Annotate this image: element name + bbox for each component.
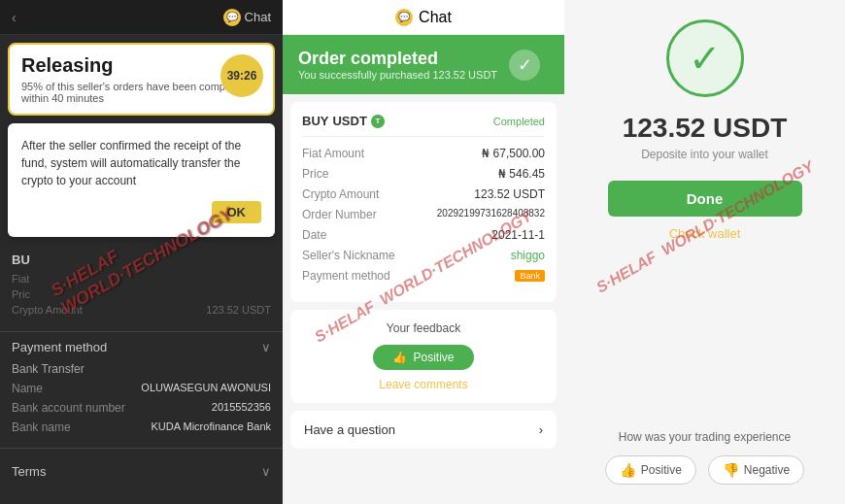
price-row: Pric	[12, 288, 271, 300]
currency-label: USDT	[332, 114, 366, 128]
feedback-title: Your feedback	[302, 321, 545, 335]
crypto-row: Crypto Amount 123.52 USDT	[12, 304, 271, 316]
have-question[interactable]: Have a question ›	[290, 411, 557, 449]
terms-header: Terms ∨	[12, 464, 271, 479]
payment-method-row: Payment method Bank	[302, 269, 545, 283]
left-header: ‹ 💬 Chat	[0, 0, 283, 35]
payment-name-row: Name OLUWASEGUN AWONUSI	[12, 382, 271, 395]
positive-label: Positive	[413, 351, 454, 364]
releasing-timer: 39:26	[220, 54, 263, 97]
positive-feedback-label: Positive	[641, 463, 682, 477]
order-number-row: Order Number 20292199731628408832	[302, 208, 545, 221]
chevron-right-icon: ›	[539, 422, 543, 437]
buy-usdt-left: BUY USDT T	[302, 114, 385, 128]
price-detail-label: Price	[302, 167, 328, 181]
chat-label: Chat	[245, 10, 271, 24]
check-circle: ✓	[509, 50, 540, 81]
have-question-label: Have a question	[304, 422, 395, 437]
terms-section: Terms ∨	[0, 464, 283, 479]
fiat-label: Fiat	[12, 273, 29, 285]
ok-button[interactable]: OK	[212, 201, 262, 223]
usdt-badge: T	[371, 115, 385, 128]
seller-label: Seller's Nickname	[302, 249, 395, 262]
feedback-buttons: 👍 Positive 👎 Negative	[605, 455, 804, 485]
crypto-label: Crypto Amount	[12, 304, 83, 316]
releasing-banner: Releasing 95% of this seller's orders ha…	[8, 43, 275, 116]
middle-header: 💬 Chat	[283, 0, 564, 35]
fiat-row: Fiat	[12, 273, 271, 285]
amount-subtitle: Deposite into your wallet	[641, 148, 768, 161]
bank-row: Bank name KUDA Microfinance Bank	[12, 420, 271, 434]
crypto-detail-value: 123.52 USDT	[474, 187, 545, 201]
negative-feedback-button[interactable]: 👎 Negative	[708, 455, 804, 485]
buy-label-row: BU	[12, 252, 271, 267]
buy-usdt-row: BUY USDT T Completed	[302, 114, 545, 137]
fiat-detail-value: ₦ 67,500.00	[482, 147, 545, 160]
divider2	[0, 448, 283, 449]
price-detail-row: Price ₦ 546.45	[302, 167, 545, 181]
bank-transfer-label: Bank Transfer	[12, 362, 84, 376]
account-label: Bank account number	[12, 401, 125, 415]
trading-exp-label: How was your trading experience	[619, 430, 791, 444]
tooltip-message: After the seller confirmed the receipt o…	[21, 137, 261, 189]
crypto-detail-row: Crypto Amount 123.52 USDT	[302, 187, 545, 201]
leave-comments-link[interactable]: Leave comments	[302, 378, 545, 391]
chat-header-right: 💬 Chat	[223, 9, 271, 26]
chat-label-middle: Chat	[419, 9, 452, 26]
thumbs-down-icon: 👎	[723, 462, 739, 478]
order-completed-title: Order completed	[298, 49, 497, 69]
positive-button[interactable]: 👍 Positive	[373, 345, 473, 370]
payment-section: Payment method ∨ Bank Transfer Name OLUW…	[0, 340, 283, 440]
back-icon[interactable]: ‹	[12, 10, 17, 25]
payment-header-label: Payment method	[12, 340, 107, 354]
check-wallet-link[interactable]: Check wallet	[669, 226, 741, 241]
thumbs-up-icon: 👍	[620, 462, 636, 478]
date-value: 2021-11-1	[491, 228, 545, 242]
bank-label: Bank name	[12, 420, 71, 434]
tooltip-overlay: After the seller confirmed the receipt o…	[8, 123, 275, 237]
crypto-detail-label: Crypto Amount	[302, 187, 379, 201]
fiat-detail-row: Fiat Amount ₦ 67,500.00	[302, 147, 545, 160]
crypto-value: 123.52 USDT	[206, 304, 271, 316]
fiat-detail-label: Fiat Amount	[302, 147, 364, 160]
chevron-down-icon: ∨	[261, 340, 271, 354]
thumbs-up-icon: 👍	[392, 351, 407, 364]
order-completed-text: Order completed You successfully purchas…	[298, 49, 497, 81]
chat-bubble-icon: 💬	[223, 9, 241, 26]
order-number-value: 20292199731628408832	[437, 208, 545, 221]
positive-feedback-button[interactable]: 👍 Positive	[605, 455, 696, 485]
chevron-down-icon: ∨	[261, 464, 271, 479]
bank-value: KUDA Microfinance Bank	[152, 420, 272, 434]
right-panel: ✓ 123.52 USDT Deposite into your wallet …	[564, 0, 845, 504]
buy-label: BUY	[302, 114, 328, 128]
bank-badge: Bank	[515, 270, 545, 282]
info-rows: Fiat Pric Crypto Amount 123.52 USDT	[12, 273, 271, 316]
order-completed-banner: Order completed You successfully purchas…	[283, 35, 564, 94]
seller-row: Seller's Nickname shiggo	[302, 249, 545, 262]
terms-label: Terms	[12, 464, 46, 479]
price-detail-value: ₦ 546.45	[498, 167, 545, 181]
account-value: 2015552356	[212, 401, 271, 415]
success-circle-large: ✓	[666, 19, 744, 97]
divider1	[0, 331, 283, 332]
seller-value[interactable]: shiggo	[511, 249, 545, 262]
buy-text: BU	[12, 252, 30, 267]
payment-method-label: Payment method	[302, 269, 390, 283]
left-header-left: ‹	[12, 10, 17, 25]
order-completed-subtitle: You successfully purchased 123.52 USDT	[298, 69, 497, 81]
done-button[interactable]: Done	[608, 181, 802, 217]
account-row: Bank account number 2015552356	[12, 401, 271, 415]
name-label: Name	[12, 382, 43, 395]
name-value: OLUWASEGUN AWONUSI	[141, 382, 271, 395]
payment-type-row: Bank Transfer	[12, 362, 271, 376]
negative-feedback-label: Negative	[744, 463, 790, 477]
left-content: BU Fiat Pric Crypto Amount 123.52 USDT	[0, 245, 283, 323]
date-label: Date	[302, 228, 326, 242]
feedback-section: Your feedback 👍 Positive Leave comments	[290, 310, 557, 403]
payment-header: Payment method ∨	[12, 340, 271, 354]
left-panel: ‹ 💬 Chat Releasing 95% of this seller's …	[0, 0, 283, 504]
chat-bubble-icon-middle: 💬	[395, 9, 413, 26]
middle-panel: 💬 Chat Order completed You successfully …	[283, 0, 564, 504]
price-label: Pric	[12, 288, 30, 300]
order-number-label: Order Number	[302, 208, 377, 221]
